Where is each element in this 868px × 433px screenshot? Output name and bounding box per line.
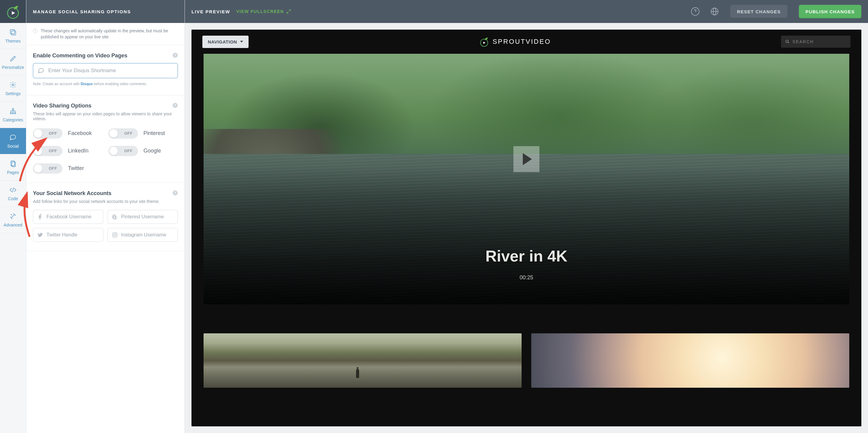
section-subtitle: These links will appear on your video pa… bbox=[33, 112, 178, 121]
preview-brand[interactable]: SPROUTVIDEO bbox=[255, 36, 775, 47]
chat-icon bbox=[38, 67, 44, 74]
navigation-dropdown[interactable]: NAVIGATION bbox=[203, 36, 249, 48]
svg-point-6 bbox=[12, 109, 13, 110]
toggle-knob bbox=[34, 129, 42, 138]
pinterest-username-input[interactable] bbox=[107, 210, 178, 224]
publish-changes-button[interactable]: PUBLISH CHANGES bbox=[799, 5, 861, 19]
social-input-wrap bbox=[107, 228, 178, 242]
toggle-label: LinkedIn bbox=[68, 148, 89, 154]
sidebar-item-personalize[interactable]: Personalize bbox=[0, 49, 26, 75]
share-toggle-row: OFF Google bbox=[108, 146, 178, 156]
share-toggle-twitter[interactable]: OFF bbox=[33, 163, 63, 174]
themes-icon bbox=[9, 28, 17, 36]
search-icon bbox=[785, 39, 789, 44]
play-icon[interactable] bbox=[514, 146, 539, 172]
toggle-state: OFF bbox=[124, 131, 133, 135]
sidebar-item-label: Settings bbox=[5, 91, 21, 96]
brand-logo-cell[interactable] bbox=[0, 0, 26, 23]
sidebar-item-label: Personalize bbox=[2, 65, 24, 70]
sidebar-item-code[interactable]: Code bbox=[0, 181, 26, 207]
sidebar-item-label: Categories bbox=[3, 118, 23, 122]
preview-video-hero[interactable]: River in 4K 00:25 bbox=[204, 54, 849, 304]
sprout-logo-icon bbox=[479, 36, 490, 47]
tree-icon bbox=[9, 107, 17, 115]
toggle-knob bbox=[109, 129, 118, 138]
sidebar-item-themes[interactable]: Themes bbox=[0, 23, 26, 49]
disqus-shortname-input[interactable] bbox=[33, 63, 178, 78]
sidebar-item-label: Themes bbox=[5, 39, 21, 43]
help-icon[interactable]: ? bbox=[173, 103, 178, 108]
disqus-link[interactable]: Disqus bbox=[81, 82, 93, 86]
code-icon bbox=[9, 186, 17, 194]
sidebar-item-label: Social bbox=[7, 144, 19, 149]
svg-text:?: ? bbox=[174, 103, 176, 107]
sidebar-item-label: Pages bbox=[7, 170, 19, 175]
commenting-section: Enable Commenting on Video Pages ? Note:… bbox=[26, 45, 185, 95]
preview-thumbnails bbox=[191, 333, 861, 396]
share-toggle-row: OFF Pinterest bbox=[108, 128, 178, 138]
preview-search-input[interactable] bbox=[793, 39, 846, 44]
share-toggle-pinterest[interactable]: OFF bbox=[108, 128, 138, 138]
video-sharing-section: Video Sharing Options ? These links will… bbox=[26, 95, 185, 183]
sidebar-item-pages[interactable]: Pages bbox=[0, 154, 26, 181]
svg-point-22 bbox=[114, 234, 116, 236]
svg-point-23 bbox=[116, 233, 117, 234]
section-subtitle: Add follow links for your social network… bbox=[33, 199, 178, 204]
svg-point-14 bbox=[35, 30, 35, 30]
sprout-logo-icon bbox=[5, 4, 21, 19]
video-duration: 00:25 bbox=[520, 275, 533, 281]
preview-search[interactable] bbox=[781, 36, 850, 48]
disqus-input-wrap bbox=[33, 63, 178, 78]
svg-point-7 bbox=[10, 113, 11, 114]
video-thumbnail[interactable] bbox=[531, 333, 849, 388]
config-panel: MANAGE SOCIAL SHARING OPTIONS These chan… bbox=[26, 0, 185, 433]
disqus-note: Note: Create an account with Disqus befo… bbox=[33, 82, 178, 86]
toggle-label: Twitter bbox=[68, 165, 84, 172]
preview-site: NAVIGATION SPROUTVIDEO bbox=[191, 30, 861, 426]
section-title: Enable Commenting on Video Pages bbox=[33, 53, 178, 59]
facebook-icon bbox=[37, 214, 43, 220]
sidebar-item-advanced[interactable]: Advanced bbox=[0, 207, 26, 233]
svg-text:?: ? bbox=[174, 53, 176, 57]
video-title: River in 4K bbox=[485, 247, 567, 265]
instagram-username-input[interactable] bbox=[107, 228, 178, 242]
live-preview-label: LIVE PREVIEW bbox=[191, 9, 230, 14]
globe-icon[interactable] bbox=[710, 7, 719, 16]
expand-icon bbox=[286, 9, 291, 14]
sidebar-item-label: Code bbox=[8, 196, 18, 201]
social-input-wrap bbox=[33, 228, 103, 242]
sidebar-item-categories[interactable]: Categories bbox=[0, 102, 26, 128]
tools-icon bbox=[9, 212, 17, 220]
pencil-icon bbox=[9, 55, 17, 62]
preview-site-header: NAVIGATION SPROUTVIDEO bbox=[191, 30, 861, 54]
sidebar-item-social[interactable]: Social bbox=[0, 128, 26, 154]
caret-down-icon bbox=[240, 41, 243, 42]
preview-brand-text: SPROUTVIDEO bbox=[493, 38, 551, 45]
help-icon[interactable]: ? bbox=[173, 53, 178, 58]
view-fullscreen-link[interactable]: VIEW FULLSCREEN bbox=[236, 9, 291, 14]
help-icon[interactable]: ? bbox=[173, 190, 178, 196]
pages-icon bbox=[9, 160, 17, 167]
share-toggle-linkedin[interactable]: OFF bbox=[33, 146, 63, 156]
share-toggle-row: OFF LinkedIn bbox=[33, 146, 102, 156]
toggle-state: OFF bbox=[124, 149, 133, 153]
section-title: Video Sharing Options bbox=[33, 103, 178, 109]
twitter-icon bbox=[37, 232, 43, 238]
sidebar-item-label: Advanced bbox=[4, 222, 22, 227]
twitter-username-input[interactable] bbox=[33, 228, 103, 242]
help-icon[interactable] bbox=[691, 7, 700, 16]
svg-rect-3 bbox=[10, 30, 14, 34]
sidebar-item-settings[interactable]: Settings bbox=[0, 75, 26, 102]
preview-header: LIVE PREVIEW VIEW FULLSCREEN RESET CHANG… bbox=[185, 0, 868, 23]
instagram-icon bbox=[112, 232, 118, 238]
svg-text:?: ? bbox=[174, 191, 176, 194]
svg-point-5 bbox=[12, 84, 14, 86]
share-toggle-google[interactable]: OFF bbox=[108, 146, 138, 156]
social-input-wrap bbox=[107, 210, 178, 224]
reset-changes-button[interactable]: RESET CHANGES bbox=[730, 5, 787, 19]
share-toggle-row: OFF Facebook bbox=[33, 128, 102, 138]
video-thumbnail[interactable] bbox=[204, 333, 522, 388]
facebook-username-input[interactable] bbox=[33, 210, 103, 224]
share-toggle-facebook[interactable]: OFF bbox=[33, 128, 63, 138]
pinterest-icon bbox=[112, 214, 118, 220]
